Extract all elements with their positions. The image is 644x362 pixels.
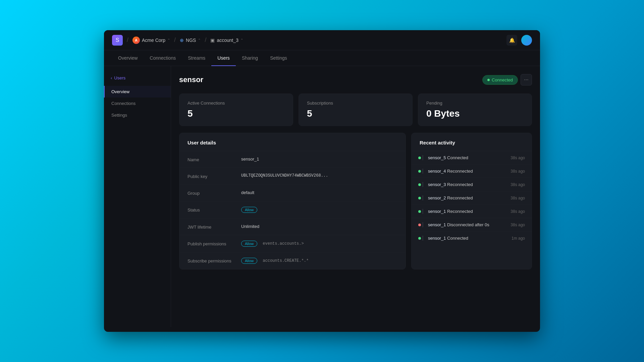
globe-icon: ⊕ xyxy=(180,38,184,43)
sidebar-item-overview[interactable]: Overview xyxy=(104,86,171,98)
label-publish: Publish permissions xyxy=(187,241,241,246)
activity-dot-2 xyxy=(418,170,421,173)
activity-bar-4 xyxy=(422,195,423,200)
activity-content-5: sensor_1 Reconnected xyxy=(428,209,507,214)
activity-dot-6 xyxy=(418,224,421,226)
org-chevron: ⌃ xyxy=(167,38,170,42)
activity-sensor-2: sensor_4 xyxy=(428,169,446,174)
tab-users[interactable]: Users xyxy=(211,51,236,66)
breadcrumb-sep-2: / xyxy=(174,37,176,44)
activity-bar-5 xyxy=(422,209,423,214)
user-details-title: User details xyxy=(179,133,406,151)
content: ‹ Users Overview Connections Settings se… xyxy=(104,66,540,327)
activity-sensor-3: sensor_3 xyxy=(428,182,446,187)
status-dot-icon xyxy=(487,79,490,81)
activity-content-6: sensor_1 Disconnected after 0s xyxy=(428,222,507,227)
activity-time-7: 1m ago xyxy=(512,236,525,241)
value-group: default xyxy=(241,190,397,195)
account-chevron: ⌃ xyxy=(240,38,243,42)
sidebar-item-connections[interactable]: Connections xyxy=(104,98,171,109)
activity-dot-3 xyxy=(418,183,421,186)
tab-settings[interactable]: Settings xyxy=(264,51,293,66)
status-allow-badge: Allow xyxy=(241,207,257,213)
app-logo: S xyxy=(112,35,123,46)
org-breadcrumb[interactable]: A Acme Corp ⌃ xyxy=(132,37,170,44)
stat-value-connections: 5 xyxy=(187,108,285,119)
activity-time-1: 38s ago xyxy=(511,156,525,160)
publish-perm-text: events.accounts.> xyxy=(263,241,304,246)
activity-content-1: sensor_5 Connected xyxy=(428,155,507,160)
page-actions: Connected ··· xyxy=(482,74,532,85)
activity-item-4: sensor_2 Reconnected 38s ago xyxy=(412,191,532,205)
bottom-grid: User details Name sensor_1 Public key UB… xyxy=(179,133,532,269)
network-name: NGS xyxy=(186,38,196,43)
stat-subscriptions: Subscriptions 5 xyxy=(299,94,413,126)
activity-dot-7 xyxy=(418,237,421,240)
tab-sharing[interactable]: Sharing xyxy=(236,51,264,66)
subscribe-perm-text: accounts.CREATE.*.* xyxy=(263,258,309,263)
detail-row-pubkey: Public key UBLTQEZOQN3SULUVCNDHY74WBCWBS… xyxy=(179,168,406,185)
value-jwt: Unlimited xyxy=(241,224,397,229)
back-chevron-icon: ‹ xyxy=(111,75,112,80)
label-subscribe: Subscribe permissions xyxy=(187,258,241,263)
back-label: Users xyxy=(114,75,125,80)
stat-label-connections: Active Connections xyxy=(187,101,285,106)
detail-row-name: Name sensor_1 xyxy=(179,151,406,168)
account-name: account_3 xyxy=(217,38,238,43)
more-options-button[interactable]: ··· xyxy=(521,74,532,85)
activity-time-6: 38s ago xyxy=(511,223,525,227)
status-badge: Connected xyxy=(482,75,518,85)
network-breadcrumb[interactable]: ⊕ NGS ⌃ xyxy=(180,38,201,43)
main-content: sensor Connected ··· Active Connections … xyxy=(171,66,540,327)
label-status: Status xyxy=(187,207,241,213)
subscribe-allow-badge: Allow xyxy=(241,258,257,264)
publish-perm-value: Allow events.accounts.> xyxy=(241,241,397,247)
org-avatar: A xyxy=(132,37,140,44)
label-jwt: JWT lifetime xyxy=(187,224,241,230)
activity-card: Recent activity sensor_5 Connected 38s a… xyxy=(411,133,532,269)
activity-content-7: sensor_1 Connected xyxy=(428,236,508,241)
activity-bar-6 xyxy=(422,222,423,227)
activity-title: Recent activity xyxy=(412,133,532,151)
account-icon: ▣ xyxy=(210,38,215,43)
activity-bar-7 xyxy=(422,236,423,241)
sidebar: ‹ Users Overview Connections Settings xyxy=(104,66,171,327)
user-details-card: User details Name sensor_1 Public key UB… xyxy=(179,133,406,269)
sidebar-item-settings[interactable]: Settings xyxy=(104,109,171,121)
stat-pending: Pending 0 Bytes xyxy=(418,94,532,126)
header-left: S / A Acme Corp ⌃ / ⊕ NGS ⌃ / ▣ account_… xyxy=(112,35,243,46)
breadcrumb-sep-1: / xyxy=(127,37,128,44)
account-breadcrumb[interactable]: ▣ account_3 ⌃ xyxy=(210,38,243,43)
activity-item-1: sensor_5 Connected 38s ago xyxy=(412,151,532,165)
back-to-users[interactable]: ‹ Users xyxy=(104,73,171,83)
label-pubkey: Public key xyxy=(187,173,241,179)
tab-overview[interactable]: Overview xyxy=(112,51,144,66)
detail-row-subscribe: Subscribe permissions Allow accounts.CRE… xyxy=(179,252,406,269)
network-chevron: ⌃ xyxy=(198,38,201,42)
activity-sensor-6: sensor_1 xyxy=(428,222,446,227)
activity-sensor-7: sensor_1 xyxy=(428,236,446,241)
activity-time-3: 38s ago xyxy=(511,182,525,187)
detail-row-status: Status Allow xyxy=(179,201,406,219)
tab-streams[interactable]: Streams xyxy=(182,51,211,66)
activity-item-5: sensor_1 Reconnected 38s ago xyxy=(412,205,532,218)
org-name: Acme Corp xyxy=(142,38,165,43)
notifications-button[interactable]: 🔔 xyxy=(506,35,517,46)
user-avatar[interactable] xyxy=(521,35,532,46)
activity-item-3: sensor_3 Reconnected 38s ago xyxy=(412,178,532,191)
value-publish: Allow events.accounts.> xyxy=(241,241,397,247)
activity-bar-2 xyxy=(422,169,423,174)
activity-item-6: sensor_1 Disconnected after 0s 38s ago xyxy=(412,218,532,232)
header-right: 🔔 xyxy=(506,35,532,46)
activity-bar-1 xyxy=(422,155,423,160)
tab-connections[interactable]: Connections xyxy=(144,51,182,66)
activity-content-2: sensor_4 Reconnected xyxy=(428,169,507,174)
activity-content-4: sensor_2 Reconnected xyxy=(428,195,507,200)
activity-time-5: 38s ago xyxy=(511,209,525,214)
detail-row-group: Group default xyxy=(179,185,406,201)
stat-value-subscriptions: 5 xyxy=(307,108,404,119)
publish-allow-badge: Allow xyxy=(241,241,257,247)
activity-item-2: sensor_4 Reconnected 38s ago xyxy=(412,165,532,178)
value-status: Allow xyxy=(241,207,397,213)
app-window: S / A Acme Corp ⌃ / ⊕ NGS ⌃ / ▣ account_… xyxy=(104,30,540,332)
